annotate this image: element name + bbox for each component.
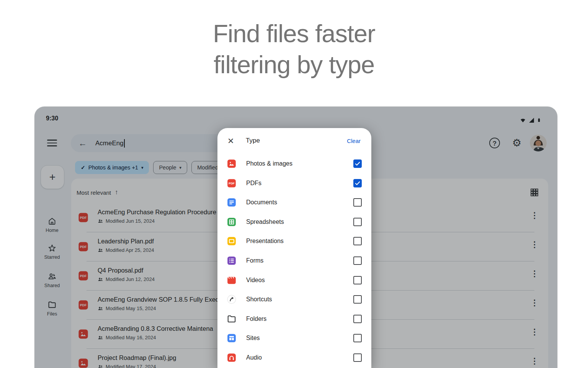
- type-option-photos[interactable]: Photos & images: [217, 154, 371, 173]
- type-option-label: Photos & images: [246, 154, 292, 173]
- type-option-label: Shortcuts: [246, 290, 272, 309]
- docs-icon: [227, 197, 237, 207]
- forms-icon: [227, 256, 237, 266]
- type-option-spreadsheets[interactable]: Spreadsheets: [217, 212, 371, 232]
- type-option-folders[interactable]: Folders: [217, 309, 371, 329]
- pdf-icon: [227, 178, 237, 188]
- type-option-documents[interactable]: Documents: [217, 193, 371, 212]
- close-icon[interactable]: ✕: [227, 136, 234, 146]
- checkbox[interactable]: [353, 179, 362, 187]
- checkbox[interactable]: [353, 218, 362, 226]
- headline-line2: filtering by type: [0, 49, 588, 80]
- clear-button[interactable]: Clear: [347, 138, 361, 144]
- checkbox[interactable]: [353, 315, 362, 323]
- type-option-label: Sites: [246, 329, 260, 348]
- headline-line1: Find files faster: [0, 18, 588, 49]
- checkbox[interactable]: [353, 276, 362, 284]
- type-option-presentations[interactable]: Presentations: [217, 232, 371, 251]
- check-icon: [354, 180, 361, 187]
- checkbox[interactable]: [353, 353, 362, 362]
- type-option-label: Presentations: [246, 232, 284, 251]
- sites-icon: [227, 333, 237, 343]
- type-option-pdfs[interactable]: PDFs: [217, 174, 371, 193]
- panel-title: Type: [246, 137, 260, 145]
- headline: Find files faster filtering by type: [0, 18, 588, 80]
- type-option-label: Forms: [246, 251, 263, 270]
- videos-icon: [227, 275, 237, 285]
- type-option-label: Audio: [246, 348, 262, 367]
- checkbox[interactable]: [353, 198, 362, 207]
- photos-icon: [227, 159, 237, 169]
- shortcut-icon: [227, 294, 237, 304]
- type-filter-panel: ✕ Type Clear Photos & images PDFs Docume…: [217, 128, 371, 368]
- type-option-shortcuts[interactable]: Shortcuts: [217, 290, 371, 309]
- folder-icon: [227, 314, 237, 324]
- type-option-forms[interactable]: Forms: [217, 251, 371, 270]
- checkbox[interactable]: [353, 334, 362, 342]
- sheets-icon: [227, 217, 237, 227]
- checkbox[interactable]: [353, 295, 362, 304]
- check-icon: [354, 160, 361, 167]
- checkbox[interactable]: [353, 237, 362, 245]
- checkbox[interactable]: [353, 159, 362, 168]
- type-option-label: PDFs: [246, 174, 261, 193]
- type-option-label: Documents: [246, 193, 277, 212]
- audio-icon: [227, 353, 237, 363]
- checkbox[interactable]: [353, 256, 362, 265]
- type-option-label: Folders: [246, 309, 266, 329]
- tablet-device-frame: 9:30 ← AcmeEng ? ⚙ ✓ Photos & images +1 …: [34, 107, 557, 368]
- type-option-sites[interactable]: Sites: [217, 329, 371, 348]
- slides-icon: [227, 236, 237, 246]
- type-option-label: Videos: [246, 271, 265, 290]
- type-option-label: Spreadsheets: [246, 212, 284, 232]
- type-option-videos[interactable]: Videos: [217, 271, 371, 290]
- type-option-audio[interactable]: Audio: [217, 348, 371, 367]
